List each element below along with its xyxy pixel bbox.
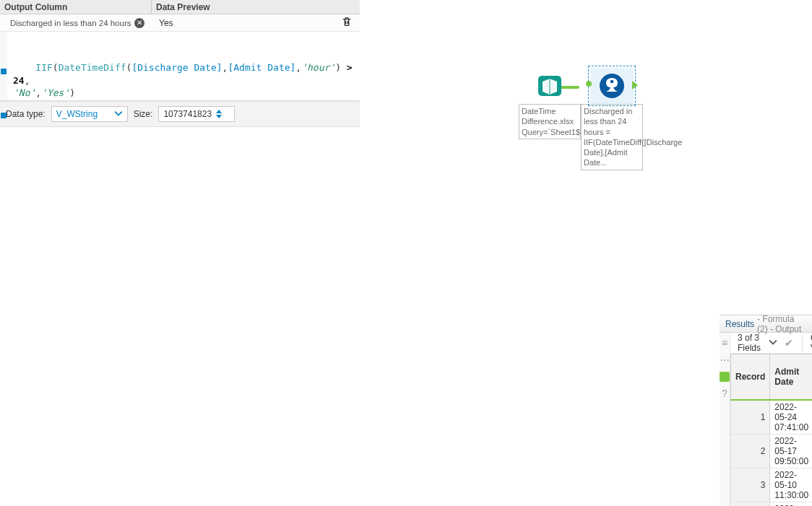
input-tool-icon — [535, 71, 564, 100]
size-stepper[interactable] — [216, 110, 222, 118]
config-column-headers: Output Column Data Preview — [0, 0, 360, 14]
editor-gutter — [0, 32, 7, 100]
table-cell[interactable]: 3 — [731, 468, 770, 502]
formula-tool-caption: Discharged in less than 24 hours = IIF(D… — [581, 104, 643, 170]
column-header[interactable]: Admit Date — [770, 354, 812, 401]
clear-column-icon[interactable]: ✕ — [134, 18, 144, 28]
table-cell[interactable]: 2022-05-10 11:30:00 — [770, 468, 812, 502]
size-label: Size: — [134, 109, 153, 119]
workflow-canvas[interactable]: DateTime Difference.xlsx Query=`Sheet1$ … — [360, 0, 812, 506]
results-table[interactable]: RecordAdmit DateDischarge DateDischarged… — [730, 354, 812, 506]
formula-tool-icon — [597, 71, 626, 100]
gutter-marker-icon — [1, 69, 7, 74]
preview-value: Yes — [152, 18, 341, 28]
stepper-down-icon[interactable] — [216, 115, 222, 118]
results-header: Results - Formula (2) - Output — [720, 315, 812, 333]
output-column-name: Discharged in less than 24 hours — [10, 19, 131, 27]
table-cell[interactable]: 2022-05-24 07:41:00 — [770, 400, 812, 435]
results-title: Results — [725, 319, 754, 329]
table-row[interactable]: 42022-04-28 20:03:002022-05-04 17:33:00N… — [731, 502, 813, 507]
input-tool-caption: DateTime Difference.xlsx Query=`Sheet1$ — [519, 104, 581, 139]
output-anchor-indicator[interactable] — [720, 372, 730, 382]
expression-editor[interactable]: IIF(DateTimeDiff([Discharge Date],[Admit… — [0, 32, 360, 101]
table-cell[interactable]: 1 — [731, 400, 770, 435]
fields-summary[interactable]: 3 of 3 Fields — [738, 333, 761, 353]
results-main: 3 of 3 Fields ✔ Cell Viewer 8 records di… — [730, 333, 812, 506]
chevron-down-icon[interactable] — [769, 338, 777, 349]
size-input[interactable]: 1073741823 — [158, 106, 235, 122]
datatype-row: Data type: V_WString Size: 1073741823 — [0, 101, 360, 127]
table-row[interactable]: 22022-05-17 09:50:002022-05-17 23:59:00Y… — [731, 435, 813, 468]
input-data-tool[interactable]: DateTime Difference.xlsx Query=`Sheet1$ — [519, 68, 581, 139]
tool-group: DateTime Difference.xlsx Query=`Sheet1$ … — [519, 68, 643, 170]
svg-point-2 — [610, 80, 614, 84]
chevron-down-icon — [114, 109, 123, 120]
data-preview-header: Data Preview — [152, 1, 360, 14]
datatype-label: Data type: — [6, 109, 46, 119]
output-column-row[interactable]: Discharged in less than 24 hours ✕ Yes — [0, 14, 360, 32]
stepper-up-icon[interactable] — [216, 110, 222, 113]
input-anchor-icon[interactable] — [586, 81, 592, 87]
results-pane: Results - Formula (2) - Output ≡ ⋯ ? 3 o… — [720, 315, 812, 506]
table-row[interactable]: 32022-05-10 11:30:002022-05-10 23:59:00Y… — [731, 468, 813, 502]
checkmark-icon[interactable]: ✔ — [785, 337, 793, 349]
results-toolbar: 3 of 3 Fields ✔ Cell Viewer 8 records di… — [730, 333, 812, 354]
datatype-value: V_WString — [56, 109, 98, 119]
messages-icon[interactable]: ⋯ — [720, 354, 730, 366]
output-column-pill[interactable]: Discharged in less than 24 hours ✕ — [10, 18, 152, 28]
table-cell[interactable]: 2 — [731, 435, 770, 468]
help-icon[interactable]: ? — [722, 388, 727, 399]
results-subtitle: - Formula (2) - Output — [757, 314, 806, 334]
results-sidebar: ≡ ⋯ ? — [720, 333, 730, 506]
table-cell[interactable]: 2022-04-28 20:03:00 — [770, 502, 812, 507]
delete-expression-button[interactable] — [341, 16, 355, 30]
size-value: 1073741823 — [163, 109, 212, 119]
table-row[interactable]: 12022-05-24 07:41:002022-05-24 23:59:00Y… — [731, 400, 813, 435]
table-cell[interactable]: 4 — [731, 502, 770, 507]
output-column-header: Output Column — [0, 1, 152, 14]
formula-config-panel: Output Column Data Preview Discharged in… — [0, 0, 360, 506]
table-cell[interactable]: 2022-05-17 09:50:00 — [770, 435, 812, 468]
separator — [802, 335, 803, 351]
output-anchor-icon[interactable] — [632, 81, 638, 90]
list-view-icon[interactable]: ≡ — [722, 337, 727, 349]
column-header[interactable]: Record — [731, 354, 770, 401]
datatype-select[interactable]: V_WString — [51, 106, 128, 122]
gutter-marker-icon — [1, 113, 7, 118]
expression-text: IIF(DateTimeDiff([Discharge Date],[Admit… — [13, 62, 358, 98]
formula-tool[interactable]: Discharged in less than 24 hours = IIF(D… — [581, 68, 643, 170]
